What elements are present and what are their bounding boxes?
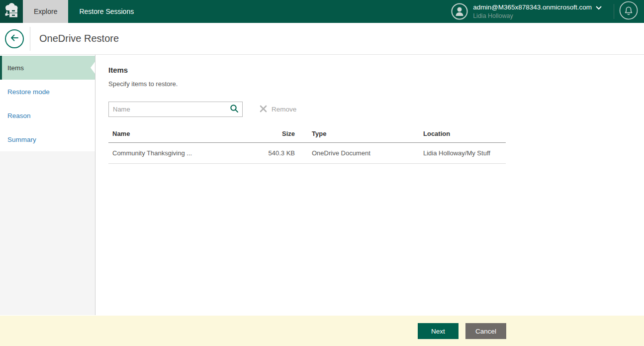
- topbar-spacer: [145, 0, 444, 23]
- notifications-button[interactable]: [619, 2, 638, 21]
- items-table: Name Size Type Location Community Thanks…: [108, 125, 506, 164]
- app-logo[interactable]: [0, 0, 23, 23]
- sidebar-step-summary[interactable]: Summary: [0, 127, 95, 151]
- tab-explore-label: Explore: [34, 7, 57, 15]
- cell-size: 540.3 KB: [243, 149, 295, 157]
- step-label: Summary: [7, 136, 36, 143]
- user-email: admin@M365x878343.onmicrosoft.com: [473, 3, 592, 12]
- chevron-down-icon: [596, 2, 602, 12]
- topbar-divider: [614, 4, 614, 19]
- table-row[interactable]: Community Thanksgiving ... 540.3 KB OneD…: [108, 143, 506, 164]
- cloud-archive-logo-icon: [3, 2, 20, 21]
- column-header-type[interactable]: Type: [295, 130, 410, 137]
- table-header-row: Name Size Type Location: [108, 125, 506, 143]
- sidebar-filler: [0, 151, 95, 315]
- step-label: Items: [7, 64, 24, 72]
- bell-icon: [619, 1, 638, 22]
- tab-restore-sessions[interactable]: Restore Sessions: [68, 0, 145, 23]
- wizard-sidebar: Items Restore mode Reason Summary: [0, 55, 95, 315]
- header-divider: [30, 27, 30, 51]
- sidebar-step-items[interactable]: Items: [0, 56, 95, 80]
- step-label: Reason: [7, 112, 31, 119]
- step-label: Restore mode: [7, 88, 50, 96]
- tab-explore[interactable]: Explore: [23, 0, 68, 23]
- remove-label: Remove: [272, 106, 296, 113]
- sidebar-step-reason[interactable]: Reason: [0, 104, 95, 127]
- step-content: Items Specify items to restore.: [95, 55, 644, 315]
- wizard-footer: Next Cancel: [0, 315, 644, 346]
- search-icon: [230, 104, 239, 115]
- back-arrow-icon: [9, 32, 20, 45]
- remove-button[interactable]: Remove: [260, 105, 296, 114]
- page-header: OneDrive Restore: [0, 23, 644, 55]
- cell-location: Lidia Holloway/My Stuff: [410, 149, 506, 157]
- next-button[interactable]: Next: [418, 323, 459, 339]
- avatar: [451, 3, 468, 20]
- search-input[interactable]: [109, 106, 226, 113]
- search-box: [108, 102, 243, 117]
- back-button[interactable]: [5, 29, 24, 48]
- remove-x-icon: [260, 105, 267, 114]
- step-heading: Items: [108, 66, 644, 74]
- search-button[interactable]: [226, 102, 242, 116]
- column-header-size[interactable]: Size: [243, 130, 295, 137]
- cancel-button[interactable]: Cancel: [465, 323, 506, 339]
- topbar: Explore Restore Sessions admin@M365x8783…: [0, 0, 644, 23]
- wizard-steps: Items Restore mode Reason Summary: [0, 55, 95, 151]
- cell-name: Community Thanksgiving ...: [108, 149, 243, 157]
- sidebar-step-restore-mode[interactable]: Restore mode: [0, 80, 95, 104]
- items-toolbar: Remove: [108, 102, 644, 117]
- page-title: OneDrive Restore: [39, 33, 119, 44]
- user-menu[interactable]: admin@M365x878343.onmicrosoft.com Lidia …: [444, 0, 609, 23]
- tab-restore-sessions-label: Restore Sessions: [79, 7, 134, 15]
- user-name: Lidia Holloway: [473, 12, 602, 20]
- column-header-name[interactable]: Name: [108, 130, 243, 137]
- step-subtitle: Specify items to restore.: [108, 80, 644, 88]
- page-body: Items Restore mode Reason Summary Items …: [0, 55, 644, 315]
- column-header-location[interactable]: Location: [410, 130, 506, 137]
- cell-type: OneDrive Document: [295, 149, 410, 157]
